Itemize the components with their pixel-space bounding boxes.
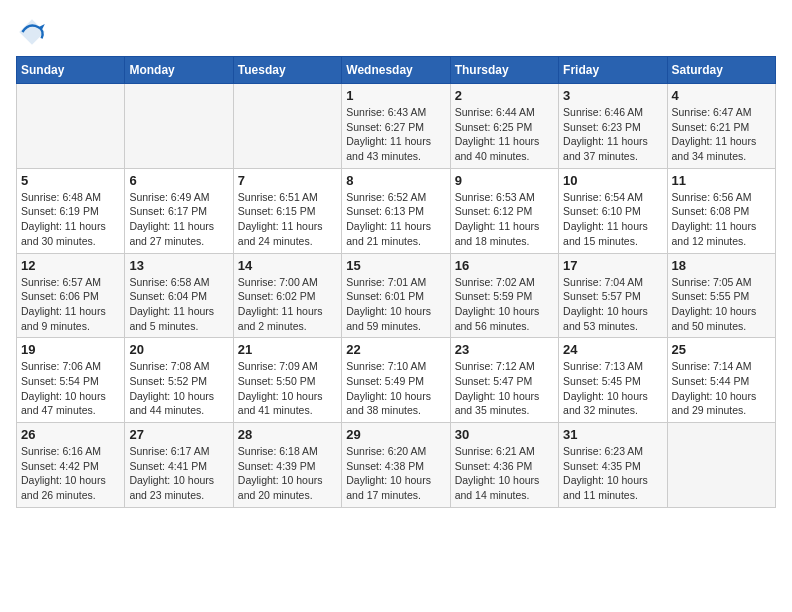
- day-info: Sunrise: 6:54 AM Sunset: 6:10 PM Dayligh…: [563, 190, 662, 249]
- calendar-cell: 25Sunrise: 7:14 AM Sunset: 5:44 PM Dayli…: [667, 338, 775, 423]
- calendar-cell: 4Sunrise: 6:47 AM Sunset: 6:21 PM Daylig…: [667, 84, 775, 169]
- weekday-header: Saturday: [667, 57, 775, 84]
- day-info: Sunrise: 6:44 AM Sunset: 6:25 PM Dayligh…: [455, 105, 554, 164]
- day-number: 21: [238, 342, 337, 357]
- calendar-cell: 23Sunrise: 7:12 AM Sunset: 5:47 PM Dayli…: [450, 338, 558, 423]
- day-number: 11: [672, 173, 771, 188]
- calendar-cell: 14Sunrise: 7:00 AM Sunset: 6:02 PM Dayli…: [233, 253, 341, 338]
- weekday-header: Wednesday: [342, 57, 450, 84]
- day-number: 24: [563, 342, 662, 357]
- logo: [16, 16, 52, 48]
- calendar-cell: 7Sunrise: 6:51 AM Sunset: 6:15 PM Daylig…: [233, 168, 341, 253]
- day-number: 23: [455, 342, 554, 357]
- calendar-cell: 9Sunrise: 6:53 AM Sunset: 6:12 PM Daylig…: [450, 168, 558, 253]
- calendar-week-row: 1Sunrise: 6:43 AM Sunset: 6:27 PM Daylig…: [17, 84, 776, 169]
- day-info: Sunrise: 7:06 AM Sunset: 5:54 PM Dayligh…: [21, 359, 120, 418]
- calendar-cell: 6Sunrise: 6:49 AM Sunset: 6:17 PM Daylig…: [125, 168, 233, 253]
- calendar-cell: 30Sunrise: 6:21 AM Sunset: 4:36 PM Dayli…: [450, 423, 558, 508]
- day-info: Sunrise: 7:02 AM Sunset: 5:59 PM Dayligh…: [455, 275, 554, 334]
- day-number: 2: [455, 88, 554, 103]
- calendar-cell: [233, 84, 341, 169]
- calendar-cell: 2Sunrise: 6:44 AM Sunset: 6:25 PM Daylig…: [450, 84, 558, 169]
- day-number: 7: [238, 173, 337, 188]
- day-number: 29: [346, 427, 445, 442]
- day-number: 19: [21, 342, 120, 357]
- calendar-cell: 22Sunrise: 7:10 AM Sunset: 5:49 PM Dayli…: [342, 338, 450, 423]
- day-info: Sunrise: 6:20 AM Sunset: 4:38 PM Dayligh…: [346, 444, 445, 503]
- day-info: Sunrise: 6:23 AM Sunset: 4:35 PM Dayligh…: [563, 444, 662, 503]
- day-info: Sunrise: 6:56 AM Sunset: 6:08 PM Dayligh…: [672, 190, 771, 249]
- day-number: 25: [672, 342, 771, 357]
- day-info: Sunrise: 6:49 AM Sunset: 6:17 PM Dayligh…: [129, 190, 228, 249]
- calendar-cell: 29Sunrise: 6:20 AM Sunset: 4:38 PM Dayli…: [342, 423, 450, 508]
- calendar-cell: 19Sunrise: 7:06 AM Sunset: 5:54 PM Dayli…: [17, 338, 125, 423]
- day-info: Sunrise: 6:21 AM Sunset: 4:36 PM Dayligh…: [455, 444, 554, 503]
- day-info: Sunrise: 6:51 AM Sunset: 6:15 PM Dayligh…: [238, 190, 337, 249]
- day-number: 18: [672, 258, 771, 273]
- calendar-cell: 3Sunrise: 6:46 AM Sunset: 6:23 PM Daylig…: [559, 84, 667, 169]
- logo-icon: [16, 16, 48, 48]
- page-header: [16, 16, 776, 48]
- calendar-cell: 15Sunrise: 7:01 AM Sunset: 6:01 PM Dayli…: [342, 253, 450, 338]
- day-info: Sunrise: 7:05 AM Sunset: 5:55 PM Dayligh…: [672, 275, 771, 334]
- day-number: 4: [672, 88, 771, 103]
- day-number: 3: [563, 88, 662, 103]
- calendar-cell: 11Sunrise: 6:56 AM Sunset: 6:08 PM Dayli…: [667, 168, 775, 253]
- calendar-cell: 24Sunrise: 7:13 AM Sunset: 5:45 PM Dayli…: [559, 338, 667, 423]
- day-info: Sunrise: 7:09 AM Sunset: 5:50 PM Dayligh…: [238, 359, 337, 418]
- day-number: 12: [21, 258, 120, 273]
- calendar-header: SundayMondayTuesdayWednesdayThursdayFrid…: [17, 57, 776, 84]
- calendar-cell: 28Sunrise: 6:18 AM Sunset: 4:39 PM Dayli…: [233, 423, 341, 508]
- day-number: 8: [346, 173, 445, 188]
- day-info: Sunrise: 6:43 AM Sunset: 6:27 PM Dayligh…: [346, 105, 445, 164]
- day-number: 5: [21, 173, 120, 188]
- calendar-cell: 1Sunrise: 6:43 AM Sunset: 6:27 PM Daylig…: [342, 84, 450, 169]
- calendar-cell: 26Sunrise: 6:16 AM Sunset: 4:42 PM Dayli…: [17, 423, 125, 508]
- day-number: 10: [563, 173, 662, 188]
- day-info: Sunrise: 6:17 AM Sunset: 4:41 PM Dayligh…: [129, 444, 228, 503]
- day-number: 28: [238, 427, 337, 442]
- calendar-cell: 31Sunrise: 6:23 AM Sunset: 4:35 PM Dayli…: [559, 423, 667, 508]
- calendar-cell: 8Sunrise: 6:52 AM Sunset: 6:13 PM Daylig…: [342, 168, 450, 253]
- day-number: 14: [238, 258, 337, 273]
- day-info: Sunrise: 6:47 AM Sunset: 6:21 PM Dayligh…: [672, 105, 771, 164]
- calendar-cell: [17, 84, 125, 169]
- weekday-header: Monday: [125, 57, 233, 84]
- day-number: 13: [129, 258, 228, 273]
- day-number: 1: [346, 88, 445, 103]
- calendar-cell: 13Sunrise: 6:58 AM Sunset: 6:04 PM Dayli…: [125, 253, 233, 338]
- calendar-week-row: 26Sunrise: 6:16 AM Sunset: 4:42 PM Dayli…: [17, 423, 776, 508]
- calendar-week-row: 12Sunrise: 6:57 AM Sunset: 6:06 PM Dayli…: [17, 253, 776, 338]
- day-info: Sunrise: 6:18 AM Sunset: 4:39 PM Dayligh…: [238, 444, 337, 503]
- calendar-cell: 5Sunrise: 6:48 AM Sunset: 6:19 PM Daylig…: [17, 168, 125, 253]
- weekday-header: Sunday: [17, 57, 125, 84]
- weekday-header: Tuesday: [233, 57, 341, 84]
- day-info: Sunrise: 6:46 AM Sunset: 6:23 PM Dayligh…: [563, 105, 662, 164]
- calendar-cell: [125, 84, 233, 169]
- day-info: Sunrise: 7:12 AM Sunset: 5:47 PM Dayligh…: [455, 359, 554, 418]
- calendar-cell: 10Sunrise: 6:54 AM Sunset: 6:10 PM Dayli…: [559, 168, 667, 253]
- day-number: 16: [455, 258, 554, 273]
- day-info: Sunrise: 7:04 AM Sunset: 5:57 PM Dayligh…: [563, 275, 662, 334]
- day-info: Sunrise: 7:00 AM Sunset: 6:02 PM Dayligh…: [238, 275, 337, 334]
- day-info: Sunrise: 7:10 AM Sunset: 5:49 PM Dayligh…: [346, 359, 445, 418]
- calendar-cell: 20Sunrise: 7:08 AM Sunset: 5:52 PM Dayli…: [125, 338, 233, 423]
- day-number: 17: [563, 258, 662, 273]
- day-info: Sunrise: 7:13 AM Sunset: 5:45 PM Dayligh…: [563, 359, 662, 418]
- calendar-cell: 12Sunrise: 6:57 AM Sunset: 6:06 PM Dayli…: [17, 253, 125, 338]
- day-number: 31: [563, 427, 662, 442]
- day-number: 15: [346, 258, 445, 273]
- day-info: Sunrise: 6:48 AM Sunset: 6:19 PM Dayligh…: [21, 190, 120, 249]
- calendar-cell: [667, 423, 775, 508]
- day-info: Sunrise: 7:08 AM Sunset: 5:52 PM Dayligh…: [129, 359, 228, 418]
- day-info: Sunrise: 6:53 AM Sunset: 6:12 PM Dayligh…: [455, 190, 554, 249]
- day-info: Sunrise: 7:14 AM Sunset: 5:44 PM Dayligh…: [672, 359, 771, 418]
- day-info: Sunrise: 6:58 AM Sunset: 6:04 PM Dayligh…: [129, 275, 228, 334]
- day-number: 9: [455, 173, 554, 188]
- calendar-cell: 17Sunrise: 7:04 AM Sunset: 5:57 PM Dayli…: [559, 253, 667, 338]
- calendar-week-row: 5Sunrise: 6:48 AM Sunset: 6:19 PM Daylig…: [17, 168, 776, 253]
- day-number: 27: [129, 427, 228, 442]
- weekday-header: Friday: [559, 57, 667, 84]
- calendar-cell: 21Sunrise: 7:09 AM Sunset: 5:50 PM Dayli…: [233, 338, 341, 423]
- day-number: 22: [346, 342, 445, 357]
